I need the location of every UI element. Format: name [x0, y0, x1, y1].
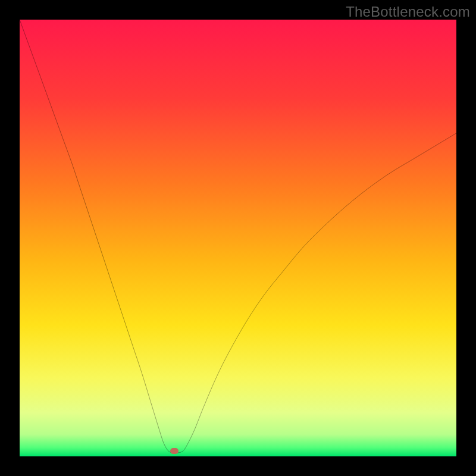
plot-area	[20, 20, 456, 456]
watermark-text: TheBottleneck.com	[346, 4, 470, 20]
bottleneck-curve	[20, 20, 456, 456]
chart-frame: TheBottleneck.com	[0, 0, 476, 476]
optimal-point-marker	[170, 448, 178, 454]
